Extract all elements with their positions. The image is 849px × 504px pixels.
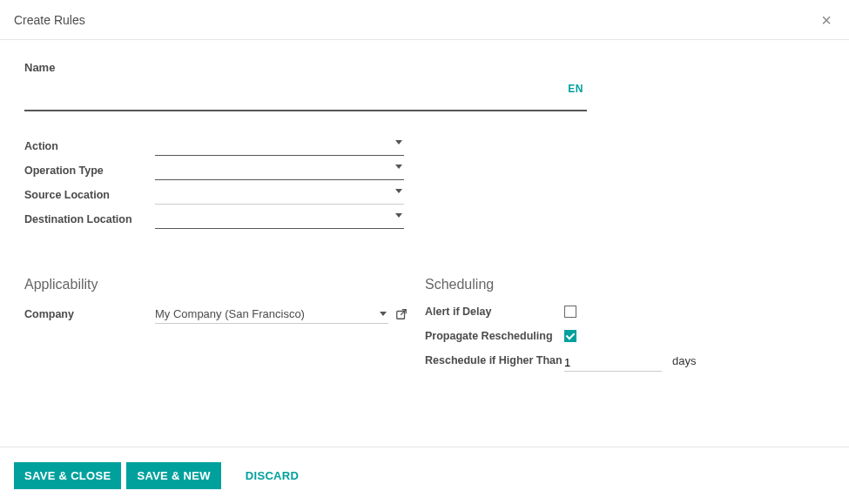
source-location-input[interactable] bbox=[155, 185, 404, 204]
propagate-rescheduling-label: Propagate Rescheduling bbox=[425, 329, 564, 348]
field-table: Action Operation Type Source Location bbox=[24, 134, 404, 232]
close-button[interactable]: × bbox=[818, 11, 835, 29]
operation-type-select[interactable] bbox=[155, 161, 404, 180]
modal-title: Create Rules bbox=[14, 13, 85, 27]
chevron-down-icon bbox=[395, 165, 402, 169]
reschedule-if-higher-label: Reschedule if Higher Than bbox=[425, 353, 564, 373]
name-label: Name bbox=[24, 61, 825, 74]
language-tag[interactable]: EN bbox=[568, 83, 583, 95]
name-input-wrap: EN bbox=[24, 79, 587, 111]
external-link-button[interactable] bbox=[395, 308, 408, 320]
discard-button[interactable]: Discard bbox=[235, 462, 309, 489]
external-link-icon bbox=[395, 308, 408, 320]
chevron-down-icon bbox=[395, 213, 402, 218]
source-location-select[interactable] bbox=[155, 185, 404, 205]
scheduling-section: Scheduling Alert if Delay Propagate Resc… bbox=[425, 277, 808, 378]
save-close-button[interactable]: Save & Close bbox=[14, 462, 121, 489]
alert-if-delay-field: Alert if Delay bbox=[425, 305, 808, 324]
scheduling-title: Scheduling bbox=[425, 277, 808, 292]
action-label: Action bbox=[24, 140, 155, 152]
reschedule-unit: days bbox=[672, 354, 696, 367]
action-field: Action bbox=[24, 134, 404, 158]
save-new-button[interactable]: Save & New bbox=[126, 462, 220, 489]
company-value: My Company (San Francisco) bbox=[155, 307, 305, 320]
propagate-rescheduling-field: Propagate Rescheduling bbox=[425, 329, 808, 348]
operation-type-input[interactable] bbox=[155, 161, 404, 179]
chevron-down-icon bbox=[380, 312, 387, 316]
action-input[interactable] bbox=[155, 137, 404, 155]
chevron-down-icon bbox=[395, 140, 402, 144]
source-location-label: Source Location bbox=[24, 189, 155, 201]
operation-type-field: Operation Type bbox=[24, 158, 404, 183]
applicability-title: Applicability bbox=[24, 277, 408, 292]
operation-type-label: Operation Type bbox=[24, 165, 155, 177]
modal-header: Create Rules × bbox=[0, 0, 849, 40]
modal-footer: Save & Close Save & New Discard bbox=[0, 447, 849, 504]
company-field: Company My Company (San Francisco) bbox=[24, 305, 408, 324]
sections: Applicability Company My Company (San Fr… bbox=[24, 277, 825, 378]
modal-body-scroll[interactable]: Name EN Action Operation Type bbox=[0, 40, 849, 447]
chevron-down-icon bbox=[395, 189, 402, 193]
propagate-rescheduling-checkbox[interactable] bbox=[564, 330, 576, 342]
destination-location-field: Destination Location bbox=[24, 207, 404, 232]
action-select[interactable] bbox=[155, 137, 404, 156]
destination-location-label: Destination Location bbox=[24, 213, 155, 225]
name-input[interactable] bbox=[24, 79, 587, 111]
source-location-field: Source Location bbox=[24, 183, 404, 207]
company-select[interactable]: My Company (San Francisco) bbox=[155, 305, 388, 324]
close-icon: × bbox=[821, 10, 832, 30]
name-field: Name EN bbox=[24, 61, 825, 111]
reschedule-input[interactable] bbox=[564, 354, 662, 372]
alert-if-delay-label: Alert if Delay bbox=[425, 305, 564, 324]
destination-location-input[interactable] bbox=[155, 210, 404, 228]
applicability-section: Applicability Company My Company (San Fr… bbox=[24, 277, 408, 378]
alert-if-delay-checkbox[interactable] bbox=[564, 306, 576, 318]
destination-location-select[interactable] bbox=[155, 210, 404, 229]
form-body: Name EN Action Operation Type bbox=[0, 40, 849, 420]
company-label: Company bbox=[24, 308, 155, 320]
reschedule-if-higher-field: Reschedule if Higher Than days bbox=[425, 353, 808, 373]
